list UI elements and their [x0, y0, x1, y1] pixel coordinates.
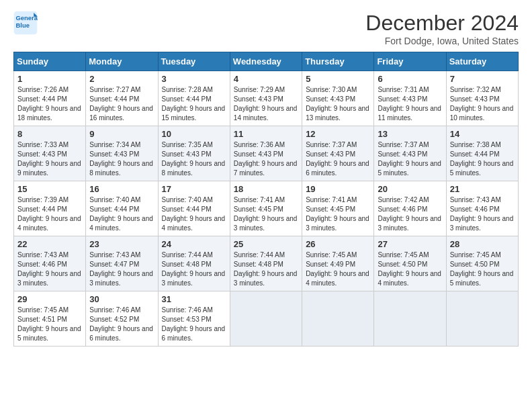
day-number: 20	[378, 184, 442, 194]
day-info: Sunrise: 7:43 AM Sunset: 4:46 PM Dayligh…	[17, 250, 82, 288]
day-number: 17	[162, 184, 226, 194]
day-number: 10	[162, 129, 226, 139]
day-info: Sunrise: 7:44 AM Sunset: 4:48 PM Dayligh…	[234, 250, 298, 288]
day-number: 26	[306, 239, 370, 249]
day-info: Sunrise: 7:29 AM Sunset: 4:43 PM Dayligh…	[234, 85, 298, 123]
day-info: Sunrise: 7:26 AM Sunset: 4:44 PM Dayligh…	[17, 85, 82, 123]
day-number: 24	[162, 239, 226, 249]
day-info: Sunrise: 7:33 AM Sunset: 4:43 PM Dayligh…	[17, 140, 82, 178]
day-25: 25 Sunrise: 7:44 AM Sunset: 4:48 PM Dayl…	[230, 236, 302, 291]
day-2: 2 Sunrise: 7:27 AM Sunset: 4:44 PM Dayli…	[86, 71, 158, 126]
location: Fort Dodge, Iowa, United States	[365, 36, 519, 46]
day-info: Sunrise: 7:34 AM Sunset: 4:43 PM Dayligh…	[89, 140, 154, 178]
day-empty-2	[302, 291, 374, 347]
day-number: 5	[306, 74, 370, 84]
day-empty-3	[374, 291, 446, 347]
day-18: 18 Sunrise: 7:41 AM Sunset: 4:45 PM Dayl…	[230, 181, 302, 236]
day-empty-1	[230, 291, 302, 347]
day-27: 27 Sunrise: 7:45 AM Sunset: 4:50 PM Dayl…	[374, 236, 446, 291]
day-info: Sunrise: 7:28 AM Sunset: 4:44 PM Dayligh…	[162, 85, 226, 123]
day-19: 19 Sunrise: 7:41 AM Sunset: 4:45 PM Dayl…	[302, 181, 374, 236]
logo-svg: General Blue	[13, 11, 38, 35]
day-number: 12	[306, 129, 370, 139]
day-number: 13	[378, 129, 442, 139]
day-21: 21 Sunrise: 7:43 AM Sunset: 4:46 PM Dayl…	[446, 181, 518, 236]
day-info: Sunrise: 7:37 AM Sunset: 4:43 PM Dayligh…	[306, 140, 370, 178]
day-30: 30 Sunrise: 7:46 AM Sunset: 4:52 PM Dayl…	[86, 291, 158, 347]
calendar-table: Sunday Monday Tuesday Wednesday Thursday…	[13, 52, 519, 347]
day-info: Sunrise: 7:45 AM Sunset: 4:50 PM Dayligh…	[450, 250, 515, 288]
day-number: 18	[234, 184, 298, 194]
day-number: 25	[234, 239, 298, 249]
day-28: 28 Sunrise: 7:45 AM Sunset: 4:50 PM Dayl…	[446, 236, 518, 291]
day-15: 15 Sunrise: 7:39 AM Sunset: 4:44 PM Dayl…	[14, 181, 86, 236]
day-info: Sunrise: 7:35 AM Sunset: 4:43 PM Dayligh…	[162, 140, 226, 178]
day-10: 10 Sunrise: 7:35 AM Sunset: 4:43 PM Dayl…	[158, 126, 230, 181]
day-number: 9	[89, 129, 154, 139]
day-26: 26 Sunrise: 7:45 AM Sunset: 4:49 PM Dayl…	[302, 236, 374, 291]
day-5: 5 Sunrise: 7:30 AM Sunset: 4:43 PM Dayli…	[302, 71, 374, 126]
day-3: 3 Sunrise: 7:28 AM Sunset: 4:44 PM Dayli…	[158, 71, 230, 126]
day-number: 2	[89, 74, 154, 84]
day-11: 11 Sunrise: 7:36 AM Sunset: 4:43 PM Dayl…	[230, 126, 302, 181]
title-block: December 2024 Fort Dodge, Iowa, United S…	[365, 11, 519, 46]
day-20: 20 Sunrise: 7:42 AM Sunset: 4:46 PM Dayl…	[374, 181, 446, 236]
day-number: 15	[17, 184, 82, 194]
day-number: 27	[378, 239, 442, 249]
day-17: 17 Sunrise: 7:40 AM Sunset: 4:44 PM Dayl…	[158, 181, 230, 236]
day-number: 14	[450, 129, 515, 139]
logo: General Blue	[13, 11, 38, 35]
header-monday: Monday	[86, 52, 158, 71]
day-info: Sunrise: 7:40 AM Sunset: 4:44 PM Dayligh…	[89, 195, 154, 233]
day-info: Sunrise: 7:45 AM Sunset: 4:50 PM Dayligh…	[378, 250, 442, 288]
day-7: 7 Sunrise: 7:32 AM Sunset: 4:43 PM Dayli…	[446, 71, 518, 126]
day-4: 4 Sunrise: 7:29 AM Sunset: 4:43 PM Dayli…	[230, 71, 302, 126]
month-title: December 2024	[365, 11, 519, 36]
calendar-week-4: 22 Sunrise: 7:43 AM Sunset: 4:46 PM Dayl…	[14, 236, 519, 291]
day-info: Sunrise: 7:32 AM Sunset: 4:43 PM Dayligh…	[450, 85, 515, 123]
day-29: 29 Sunrise: 7:45 AM Sunset: 4:51 PM Dayl…	[14, 291, 86, 347]
calendar-week-1: 1 Sunrise: 7:26 AM Sunset: 4:44 PM Dayli…	[14, 71, 519, 126]
day-number: 28	[450, 239, 515, 249]
day-info: Sunrise: 7:43 AM Sunset: 4:46 PM Dayligh…	[450, 195, 515, 233]
day-9: 9 Sunrise: 7:34 AM Sunset: 4:43 PM Dayli…	[86, 126, 158, 181]
calendar-week-3: 15 Sunrise: 7:39 AM Sunset: 4:44 PM Dayl…	[14, 181, 519, 236]
day-info: Sunrise: 7:45 AM Sunset: 4:51 PM Dayligh…	[17, 306, 82, 343]
day-number: 31	[162, 294, 226, 304]
day-24: 24 Sunrise: 7:44 AM Sunset: 4:48 PM Dayl…	[158, 236, 230, 291]
day-info: Sunrise: 7:41 AM Sunset: 4:45 PM Dayligh…	[234, 195, 298, 233]
day-number: 21	[450, 184, 515, 194]
day-22: 22 Sunrise: 7:43 AM Sunset: 4:46 PM Dayl…	[14, 236, 86, 291]
day-info: Sunrise: 7:27 AM Sunset: 4:44 PM Dayligh…	[89, 85, 154, 123]
header-tuesday: Tuesday	[158, 52, 230, 71]
day-16: 16 Sunrise: 7:40 AM Sunset: 4:44 PM Dayl…	[86, 181, 158, 236]
page-header: General Blue December 2024 Fort Dodge, I…	[13, 11, 519, 46]
day-8: 8 Sunrise: 7:33 AM Sunset: 4:43 PM Dayli…	[14, 126, 86, 181]
day-23: 23 Sunrise: 7:43 AM Sunset: 4:47 PM Dayl…	[86, 236, 158, 291]
day-14: 14 Sunrise: 7:38 AM Sunset: 4:44 PM Dayl…	[446, 126, 518, 181]
header-thursday: Thursday	[302, 52, 374, 71]
day-number: 30	[89, 294, 154, 304]
day-number: 11	[234, 129, 298, 139]
day-number: 19	[306, 184, 370, 194]
day-6: 6 Sunrise: 7:31 AM Sunset: 4:43 PM Dayli…	[374, 71, 446, 126]
day-number: 1	[17, 74, 82, 84]
day-12: 12 Sunrise: 7:37 AM Sunset: 4:43 PM Dayl…	[302, 126, 374, 181]
calendar-week-2: 8 Sunrise: 7:33 AM Sunset: 4:43 PM Dayli…	[14, 126, 519, 181]
day-number: 8	[17, 129, 82, 139]
weekday-header-row: Sunday Monday Tuesday Wednesday Thursday…	[14, 52, 519, 71]
day-number: 4	[234, 74, 298, 84]
day-info: Sunrise: 7:40 AM Sunset: 4:44 PM Dayligh…	[162, 195, 226, 233]
day-info: Sunrise: 7:30 AM Sunset: 4:43 PM Dayligh…	[306, 85, 370, 123]
day-info: Sunrise: 7:38 AM Sunset: 4:44 PM Dayligh…	[450, 140, 515, 178]
day-1: 1 Sunrise: 7:26 AM Sunset: 4:44 PM Dayli…	[14, 71, 86, 126]
day-number: 16	[89, 184, 154, 194]
day-number: 3	[162, 74, 226, 84]
day-info: Sunrise: 7:42 AM Sunset: 4:46 PM Dayligh…	[378, 195, 442, 233]
day-number: 6	[378, 74, 442, 84]
header-friday: Friday	[374, 52, 446, 71]
day-info: Sunrise: 7:43 AM Sunset: 4:47 PM Dayligh…	[89, 250, 154, 288]
day-info: Sunrise: 7:39 AM Sunset: 4:44 PM Dayligh…	[17, 195, 82, 233]
day-number: 29	[17, 294, 82, 304]
header-saturday: Saturday	[446, 52, 518, 71]
